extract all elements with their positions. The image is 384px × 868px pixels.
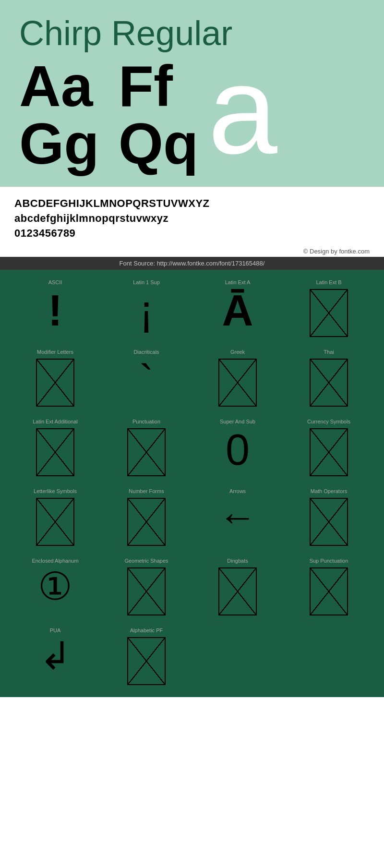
- placeholder-glyph: [127, 637, 166, 685]
- dark-section: Font Source: http://www.fontke.com/font/…: [0, 257, 384, 697]
- cell-label: Number Forms: [129, 488, 164, 494]
- letter-gg: Gg: [19, 115, 99, 172]
- unicode-cell: ASCII!: [10, 275, 101, 344]
- cell-label: Greek: [230, 349, 245, 355]
- unicode-cell: PUA↲: [10, 623, 101, 692]
- grave-glyph: `: [139, 359, 154, 402]
- digit-alphabet: 0123456789: [14, 226, 370, 241]
- placeholder-glyph: [36, 498, 74, 546]
- unicode-cell: Latin Ext B: [283, 275, 374, 344]
- letter-a-white: a: [208, 57, 277, 163]
- cell-label: Sup Punctuation: [310, 558, 348, 564]
- cell-label: Modifier Letters: [37, 349, 73, 355]
- zero-glyph: 0: [226, 428, 250, 471]
- cell-label: Thai: [324, 349, 334, 355]
- cell-label: Diacriticals: [133, 349, 159, 355]
- placeholder-glyph: [127, 428, 166, 476]
- font-title: Chirp Regular: [19, 14, 365, 52]
- uppercase-alphabet: ABCDEFGHIJKLMNOPQRSTUVWXYZ: [14, 196, 370, 211]
- unicode-cell: Modifier Letters: [10, 344, 101, 414]
- cell-label: PUA: [50, 627, 61, 633]
- arrow-glyph: ←: [218, 498, 257, 536]
- credit-line: © Design by fontke.com: [0, 246, 384, 257]
- cell-label: Math Operators: [311, 488, 347, 494]
- credit-text: © Design by fontke.com: [303, 248, 370, 255]
- placeholder-glyph: [218, 567, 257, 615]
- cell-label: Geometric Shapes: [124, 558, 168, 564]
- alphabet-section: ABCDEFGHIJKLMNOPQRSTUVWXYZ abcdefghijklm…: [0, 187, 384, 245]
- unicode-cell: Number Forms: [101, 483, 192, 553]
- placeholder-glyph: [310, 289, 348, 337]
- unicode-cell: Sup Punctuation: [283, 553, 374, 623]
- cell-label: Currency Symbols: [307, 419, 350, 424]
- unicode-cell: Super And Sub0: [192, 414, 283, 483]
- placeholder-glyph: [310, 567, 348, 615]
- placeholder-glyph: [218, 359, 257, 407]
- unicode-cell: Diacriticals`: [101, 344, 192, 414]
- unicode-cell: Punctuation: [101, 414, 192, 483]
- cell-label: Latin Ext Additional: [33, 419, 78, 424]
- exclamation-glyph: !: [48, 289, 62, 332]
- placeholder-glyph: [127, 567, 166, 615]
- placeholder-glyph: [310, 428, 348, 476]
- unicode-cell: Arrows←: [192, 483, 283, 553]
- font-source-text: Font Source: http://www.fontke.com/font/…: [120, 260, 265, 267]
- placeholder-glyph: [36, 359, 74, 407]
- cell-label: Latin 1 Sup: [133, 279, 160, 285]
- lowercase-alphabet: abcdefghijklmnopqrstuvwxyz: [14, 211, 370, 226]
- unicode-cell: Math Operators: [283, 483, 374, 553]
- cell-label: Punctuation: [132, 419, 160, 424]
- unicode-cell: Letterlike Symbols: [10, 483, 101, 553]
- unicode-cell: Greek: [192, 344, 283, 414]
- unicode-cell: Latin Ext Additional: [10, 414, 101, 483]
- unicode-cell: Enclosed Alphanum①: [10, 553, 101, 623]
- cell-label: Latin Ext A: [225, 279, 251, 285]
- placeholder-glyph: [310, 359, 348, 407]
- placeholder-glyph: [36, 428, 74, 476]
- a-macron-glyph: Ā: [222, 289, 253, 332]
- placeholder-glyph: [310, 498, 348, 546]
- cell-label: ASCII: [48, 279, 62, 285]
- placeholder-glyph: [127, 498, 166, 546]
- unicode-cell: Dingbats: [192, 553, 283, 623]
- unicode-cell: Latin Ext AĀ: [192, 275, 283, 344]
- cell-label: Super And Sub: [220, 419, 255, 424]
- letter-aa: Aa: [19, 57, 99, 115]
- cell-label: Dingbats: [227, 558, 248, 564]
- letter-pair-ag: Aa Gg: [19, 57, 99, 172]
- letter-showcase: Aa Gg Ff Qq a: [19, 57, 365, 172]
- cell-label: Latin Ext B: [316, 279, 341, 285]
- unicode-cell: Alphabetic PF: [101, 623, 192, 692]
- cell-label: Arrows: [229, 488, 246, 494]
- cell-label: Alphabetic PF: [130, 627, 163, 633]
- font-source-bar: Font Source: http://www.fontke.com/font/…: [0, 257, 384, 270]
- corner-arrow-glyph: ↲: [39, 637, 72, 675]
- letter-qq: Qq: [119, 115, 199, 172]
- letter-ff: Ff: [119, 57, 199, 115]
- unicode-cell: Thai: [283, 344, 374, 414]
- cell-label: Letterlike Symbols: [34, 488, 77, 494]
- circled-one-glyph: ①: [38, 567, 72, 606]
- unicode-grid: ASCII!Latin 1 Sup¡Latin Ext AĀLatin Ext …: [0, 270, 384, 697]
- inverted-exclamation-glyph: ¡: [139, 289, 154, 332]
- letter-pair-fq: Ff Qq: [119, 57, 199, 172]
- cell-label: Enclosed Alphanum: [32, 558, 78, 564]
- header-section: Chirp Regular Aa Gg Ff Qq a: [0, 0, 384, 187]
- unicode-cell: Latin 1 Sup¡: [101, 275, 192, 344]
- unicode-cell: Currency Symbols: [283, 414, 374, 483]
- unicode-cell: Geometric Shapes: [101, 553, 192, 623]
